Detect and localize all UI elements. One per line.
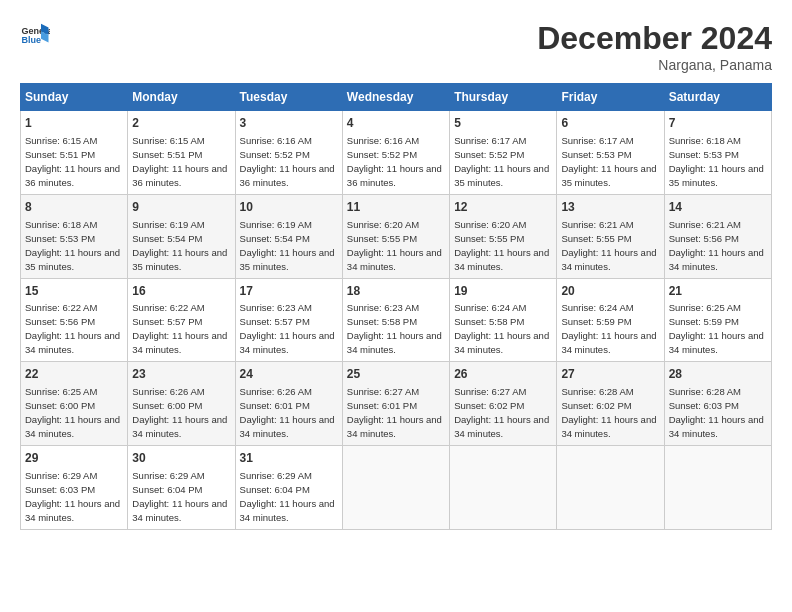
calendar-day-cell: 30 Sunrise: 6:29 AMSunset: 6:04 PMDaylig… [128, 446, 235, 530]
day-number: 12 [454, 199, 552, 216]
day-number: 1 [25, 115, 123, 132]
day-number: 10 [240, 199, 338, 216]
day-number: 14 [669, 199, 767, 216]
calendar-day-cell: 12 Sunrise: 6:20 AMSunset: 5:55 PMDaylig… [450, 194, 557, 278]
day-number: 31 [240, 450, 338, 467]
calendar-day-cell: 7 Sunrise: 6:18 AMSunset: 5:53 PMDayligh… [664, 111, 771, 195]
calendar-day-cell: 31 Sunrise: 6:29 AMSunset: 6:04 PMDaylig… [235, 446, 342, 530]
day-info: Sunrise: 6:24 AMSunset: 5:58 PMDaylight:… [454, 302, 549, 355]
day-number: 16 [132, 283, 230, 300]
calendar-header-row: SundayMondayTuesdayWednesdayThursdayFrid… [21, 84, 772, 111]
day-info: Sunrise: 6:17 AMSunset: 5:52 PMDaylight:… [454, 135, 549, 188]
day-info: Sunrise: 6:21 AMSunset: 5:55 PMDaylight:… [561, 219, 656, 272]
calendar-table: SundayMondayTuesdayWednesdayThursdayFrid… [20, 83, 772, 530]
day-info: Sunrise: 6:15 AMSunset: 5:51 PMDaylight:… [132, 135, 227, 188]
calendar-week-row: 8 Sunrise: 6:18 AMSunset: 5:53 PMDayligh… [21, 194, 772, 278]
calendar-day-header: Friday [557, 84, 664, 111]
day-info: Sunrise: 6:27 AMSunset: 6:02 PMDaylight:… [454, 386, 549, 439]
day-info: Sunrise: 6:17 AMSunset: 5:53 PMDaylight:… [561, 135, 656, 188]
calendar-day-cell: 20 Sunrise: 6:24 AMSunset: 5:59 PMDaylig… [557, 278, 664, 362]
calendar-day-cell: 17 Sunrise: 6:23 AMSunset: 5:57 PMDaylig… [235, 278, 342, 362]
day-info: Sunrise: 6:22 AMSunset: 5:56 PMDaylight:… [25, 302, 120, 355]
day-info: Sunrise: 6:18 AMSunset: 5:53 PMDaylight:… [669, 135, 764, 188]
day-info: Sunrise: 6:26 AMSunset: 6:01 PMDaylight:… [240, 386, 335, 439]
day-info: Sunrise: 6:29 AMSunset: 6:03 PMDaylight:… [25, 470, 120, 523]
day-number: 25 [347, 366, 445, 383]
calendar-day-header: Sunday [21, 84, 128, 111]
calendar-day-cell: 10 Sunrise: 6:19 AMSunset: 5:54 PMDaylig… [235, 194, 342, 278]
calendar-day-cell: 23 Sunrise: 6:26 AMSunset: 6:00 PMDaylig… [128, 362, 235, 446]
calendar-day-cell: 25 Sunrise: 6:27 AMSunset: 6:01 PMDaylig… [342, 362, 449, 446]
day-info: Sunrise: 6:28 AMSunset: 6:03 PMDaylight:… [669, 386, 764, 439]
day-info: Sunrise: 6:20 AMSunset: 5:55 PMDaylight:… [347, 219, 442, 272]
page-header: General Blue December 2024 Nargana, Pana… [20, 20, 772, 73]
calendar-day-cell: 18 Sunrise: 6:23 AMSunset: 5:58 PMDaylig… [342, 278, 449, 362]
calendar-day-cell: 29 Sunrise: 6:29 AMSunset: 6:03 PMDaylig… [21, 446, 128, 530]
calendar-day-cell: 11 Sunrise: 6:20 AMSunset: 5:55 PMDaylig… [342, 194, 449, 278]
calendar-day-cell: 5 Sunrise: 6:17 AMSunset: 5:52 PMDayligh… [450, 111, 557, 195]
calendar-day-cell: 14 Sunrise: 6:21 AMSunset: 5:56 PMDaylig… [664, 194, 771, 278]
day-info: Sunrise: 6:19 AMSunset: 5:54 PMDaylight:… [240, 219, 335, 272]
day-info: Sunrise: 6:24 AMSunset: 5:59 PMDaylight:… [561, 302, 656, 355]
day-info: Sunrise: 6:21 AMSunset: 5:56 PMDaylight:… [669, 219, 764, 272]
day-number: 24 [240, 366, 338, 383]
calendar-week-row: 29 Sunrise: 6:29 AMSunset: 6:03 PMDaylig… [21, 446, 772, 530]
day-number: 2 [132, 115, 230, 132]
day-info: Sunrise: 6:20 AMSunset: 5:55 PMDaylight:… [454, 219, 549, 272]
calendar-day-cell: 16 Sunrise: 6:22 AMSunset: 5:57 PMDaylig… [128, 278, 235, 362]
day-info: Sunrise: 6:18 AMSunset: 5:53 PMDaylight:… [25, 219, 120, 272]
day-number: 27 [561, 366, 659, 383]
calendar-week-row: 15 Sunrise: 6:22 AMSunset: 5:56 PMDaylig… [21, 278, 772, 362]
day-info: Sunrise: 6:26 AMSunset: 6:00 PMDaylight:… [132, 386, 227, 439]
calendar-day-cell: 28 Sunrise: 6:28 AMSunset: 6:03 PMDaylig… [664, 362, 771, 446]
day-info: Sunrise: 6:15 AMSunset: 5:51 PMDaylight:… [25, 135, 120, 188]
calendar-day-cell: 15 Sunrise: 6:22 AMSunset: 5:56 PMDaylig… [21, 278, 128, 362]
day-number: 26 [454, 366, 552, 383]
day-number: 3 [240, 115, 338, 132]
day-number: 23 [132, 366, 230, 383]
day-number: 4 [347, 115, 445, 132]
calendar-week-row: 1 Sunrise: 6:15 AMSunset: 5:51 PMDayligh… [21, 111, 772, 195]
calendar-day-cell [664, 446, 771, 530]
calendar-day-cell: 27 Sunrise: 6:28 AMSunset: 6:02 PMDaylig… [557, 362, 664, 446]
day-number: 9 [132, 199, 230, 216]
day-info: Sunrise: 6:23 AMSunset: 5:58 PMDaylight:… [347, 302, 442, 355]
day-info: Sunrise: 6:25 AMSunset: 6:00 PMDaylight:… [25, 386, 120, 439]
day-number: 15 [25, 283, 123, 300]
day-number: 5 [454, 115, 552, 132]
day-number: 13 [561, 199, 659, 216]
calendar-day-header: Saturday [664, 84, 771, 111]
calendar-day-cell [557, 446, 664, 530]
calendar-day-cell: 24 Sunrise: 6:26 AMSunset: 6:01 PMDaylig… [235, 362, 342, 446]
calendar-day-header: Monday [128, 84, 235, 111]
logo: General Blue [20, 20, 50, 50]
calendar-day-header: Wednesday [342, 84, 449, 111]
calendar-day-cell: 8 Sunrise: 6:18 AMSunset: 5:53 PMDayligh… [21, 194, 128, 278]
calendar-day-cell: 3 Sunrise: 6:16 AMSunset: 5:52 PMDayligh… [235, 111, 342, 195]
calendar-day-cell: 13 Sunrise: 6:21 AMSunset: 5:55 PMDaylig… [557, 194, 664, 278]
logo-icon: General Blue [20, 20, 50, 50]
day-number: 20 [561, 283, 659, 300]
day-number: 30 [132, 450, 230, 467]
day-info: Sunrise: 6:27 AMSunset: 6:01 PMDaylight:… [347, 386, 442, 439]
calendar-day-header: Thursday [450, 84, 557, 111]
day-info: Sunrise: 6:25 AMSunset: 5:59 PMDaylight:… [669, 302, 764, 355]
day-number: 7 [669, 115, 767, 132]
calendar-day-cell: 22 Sunrise: 6:25 AMSunset: 6:00 PMDaylig… [21, 362, 128, 446]
day-number: 22 [25, 366, 123, 383]
svg-text:Blue: Blue [22, 35, 42, 45]
day-info: Sunrise: 6:23 AMSunset: 5:57 PMDaylight:… [240, 302, 335, 355]
day-info: Sunrise: 6:19 AMSunset: 5:54 PMDaylight:… [132, 219, 227, 272]
calendar-day-header: Tuesday [235, 84, 342, 111]
calendar-day-cell: 21 Sunrise: 6:25 AMSunset: 5:59 PMDaylig… [664, 278, 771, 362]
calendar-day-cell: 4 Sunrise: 6:16 AMSunset: 5:52 PMDayligh… [342, 111, 449, 195]
calendar-day-cell: 19 Sunrise: 6:24 AMSunset: 5:58 PMDaylig… [450, 278, 557, 362]
calendar-day-cell: 26 Sunrise: 6:27 AMSunset: 6:02 PMDaylig… [450, 362, 557, 446]
day-number: 28 [669, 366, 767, 383]
month-title: December 2024 [537, 20, 772, 57]
day-info: Sunrise: 6:29 AMSunset: 6:04 PMDaylight:… [132, 470, 227, 523]
calendar-day-cell [342, 446, 449, 530]
calendar-day-cell: 6 Sunrise: 6:17 AMSunset: 5:53 PMDayligh… [557, 111, 664, 195]
day-info: Sunrise: 6:16 AMSunset: 5:52 PMDaylight:… [240, 135, 335, 188]
day-info: Sunrise: 6:28 AMSunset: 6:02 PMDaylight:… [561, 386, 656, 439]
